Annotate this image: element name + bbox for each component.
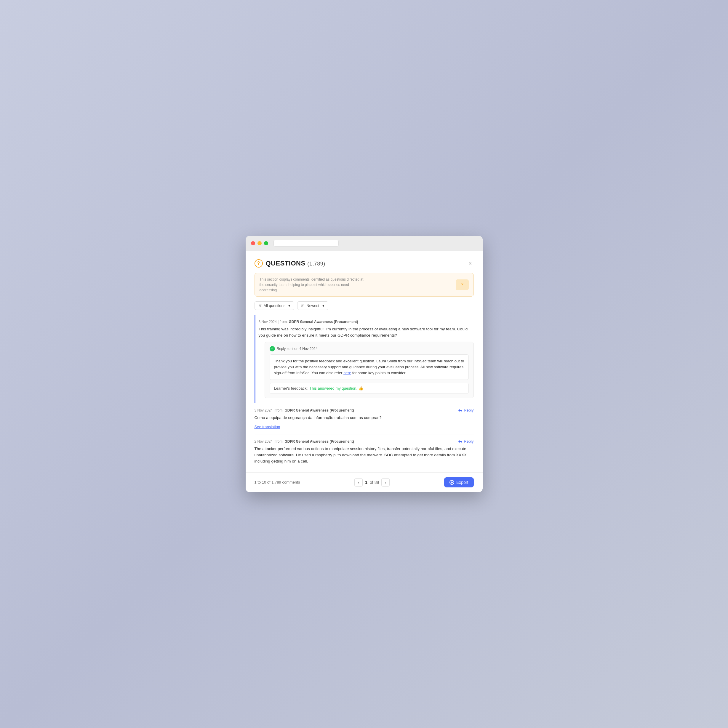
prev-page-button[interactable]: ‹: [354, 478, 362, 486]
banner-text: This section displays comments identifie…: [260, 277, 366, 293]
comment-text: The attacker performed various actions t…: [254, 446, 474, 465]
sort-filter[interactable]: Newest ▾: [297, 301, 328, 310]
comment-date-source: 3 Nov 2024 | from: GDPR General Awarenes…: [258, 320, 358, 324]
all-questions-filter[interactable]: All questions ▾: [254, 301, 295, 310]
footer: 1 to 10 of 1,789 comments ‹ 1 of 88 › Ex…: [246, 472, 483, 492]
reply-sent-label: ✓ Reply sent on 4 Nov 2024: [270, 346, 469, 352]
title-area: ? QUESTIONS (1,789): [254, 259, 325, 268]
maximize-dot[interactable]: [264, 241, 268, 245]
pagination-info: 1 to 10 of 1,789 comments: [254, 480, 300, 485]
filters-row: All questions ▾ Newest ▾: [254, 301, 474, 310]
comment-item: 3 Nov 2024 | from: GDPR General Awarenes…: [254, 403, 474, 434]
comment-meta: 2 Nov 2024 | from: GDPR General Awarenes…: [254, 439, 474, 444]
comment-meta: 3 Nov 2024 | from: GDPR General Awarenes…: [258, 320, 474, 324]
reply-button[interactable]: Reply: [458, 439, 474, 444]
comment-date-source: 3 Nov 2024 | from: GDPR General Awarenes…: [254, 408, 354, 413]
comment-item: 3 Nov 2024 | from: GDPR General Awarenes…: [254, 315, 474, 403]
page-title: QUESTIONS (1,789): [266, 260, 325, 267]
url-bar[interactable]: [274, 240, 339, 246]
export-icon: [450, 480, 454, 485]
filter-icon: [258, 304, 262, 307]
reply-box: ✓ Reply sent on 4 Nov 2024 Thank you for…: [265, 342, 474, 398]
banner-icon: ?: [456, 280, 469, 290]
close-button[interactable]: ×: [466, 260, 474, 267]
minimize-dot[interactable]: [257, 241, 262, 245]
next-page-button[interactable]: ›: [381, 478, 390, 486]
reply-button[interactable]: Reply: [458, 408, 474, 413]
learner-feedback: Learner's feedback: This answered my que…: [270, 383, 469, 394]
comment-meta: 3 Nov 2024 | from: GDPR General Awarenes…: [254, 408, 474, 413]
current-page: 1: [365, 480, 367, 485]
comment-text: This training was incredibly insightful!…: [258, 326, 474, 339]
close-dot[interactable]: [251, 241, 255, 245]
check-icon: ✓: [270, 346, 275, 352]
titlebar: [246, 236, 483, 251]
question-icon: ?: [254, 259, 263, 268]
reply-icon: [458, 439, 462, 444]
comment-date-source: 2 Nov 2024 | from: GDPR General Awarenes…: [254, 439, 354, 444]
pagination-controls: ‹ 1 of 88 ›: [354, 478, 390, 486]
feedback-positive: This answered my question. 👍: [309, 386, 363, 390]
export-button[interactable]: Export: [444, 477, 474, 488]
sort-icon: [301, 304, 304, 307]
total-pages: of 88: [370, 480, 379, 485]
main-content: ? QUESTIONS (1,789) × This section displ…: [246, 251, 483, 472]
reply-message-box: Thank you for the positive feedback and …: [270, 354, 469, 380]
comment-text: Como a equipa de segurança da informação…: [254, 415, 474, 421]
reply-icon: [458, 408, 462, 413]
app-window: ? QUESTIONS (1,789) × This section displ…: [246, 236, 483, 492]
reply-link[interactable]: here: [343, 371, 351, 375]
header-row: ? QUESTIONS (1,789) ×: [254, 259, 474, 268]
see-translation-button[interactable]: See translation: [254, 425, 280, 429]
comment-item: 2 Nov 2024 | from: GDPR General Awarenes…: [254, 434, 474, 472]
info-banner: This section displays comments identifie…: [254, 273, 474, 297]
